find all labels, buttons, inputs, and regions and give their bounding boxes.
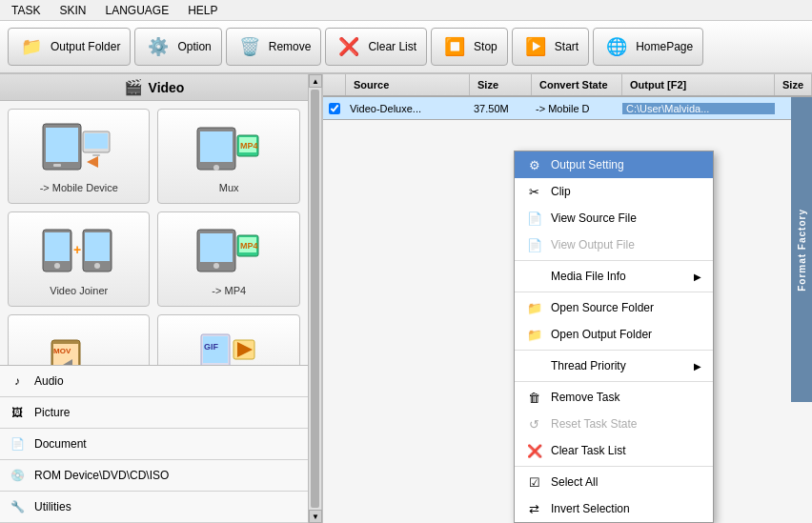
ctx-select-all[interactable]: ☑ Select All [515,469,713,495]
utilities-label: Utilities [34,500,71,513]
source-folder-icon: 📁 [526,299,543,316]
col-header-output: Output [F2] [622,74,775,95]
ctx-remove-task[interactable]: 🗑 Remove Task [515,384,713,411]
clear-icon: ❌ [335,33,362,60]
menu-skin[interactable]: SKIN [55,2,90,19]
output-folder-icon: 📁 [526,326,543,343]
menu-help[interactable]: HELP [184,2,221,19]
grid-item-video-joiner[interactable]: + Video Joiner [8,211,150,307]
remove-icon: 🗑️ [236,33,263,60]
row-checkbox[interactable] [323,103,346,114]
mux-label: Mux [219,182,239,193]
thread-icon [526,357,543,374]
category-document[interactable]: 📄 Document [0,429,308,460]
svg-text:GIF: GIF [204,342,219,352]
col-header-convert: Convert State [532,74,622,95]
svg-rect-21 [200,233,233,262]
svg-text:MOV: MOV [53,347,71,355]
category-rom[interactable]: 💿 ROM Device\DVD\CD\ISO [0,460,308,492]
ctx-clear-task-list[interactable]: ❌ Clear Task List [515,437,713,464]
ctx-clip[interactable]: ✂ Clip [515,178,713,205]
ctx-media-file-info[interactable]: Media File Info ▶ [515,263,713,290]
svg-rect-18 [85,232,110,261]
ctx-reset-task-state: ↺ Reset Task State [515,411,713,437]
grid-item-gif[interactable]: GIF GIF [157,314,300,365]
mp4-label: -> MP4 [212,285,246,296]
clear-task-icon: ❌ [526,442,543,459]
clear-list-label: Clear List [368,40,416,53]
grid-item-mux[interactable]: MP4 Mux [157,109,300,204]
ctx-output-setting-label: Output Setting [551,158,624,171]
col-header-size2: Size [775,74,812,95]
ctx-view-source-label: View Source File [551,211,637,225]
ctx-output-setting[interactable]: ⚙ Output Setting [515,151,713,178]
left-panel-title: Video [149,80,185,95]
document-icon: 📄 [8,434,27,453]
grid-item-mp4[interactable]: MP4 -> MP4 [157,211,300,307]
svg-text:MP4: MP4 [240,141,258,151]
remove-task-icon: 🗑 [526,389,543,406]
output-folder-button[interactable]: 📁 Output Folder [8,28,131,66]
video-icon: 🎬 [124,78,143,96]
ctx-invert-selection[interactable]: ⇄ Invert Selection [515,495,713,522]
option-label: Option [177,40,211,53]
row-checkbox-input[interactable] [329,103,340,114]
grid-item-5[interactable]: MOV [8,314,150,365]
scroll-track[interactable]: ▲ ▼ [308,74,321,523]
menu-language[interactable]: LANGUAGE [101,2,173,19]
table-row[interactable]: Video-Deluxe... 37.50M -> Mobile D C:\Us… [323,97,812,120]
audio-label: Audio [34,374,64,388]
scroll-up[interactable]: ▲ [309,74,322,88]
reset-task-icon: ↺ [526,415,543,432]
stop-icon: ⏹️ [441,33,468,60]
scroll-down[interactable]: ▼ [309,510,322,523]
ctx-thread-priority[interactable]: Thread Priority ▶ [515,352,713,379]
mobile-label: -> Mobile Device [40,182,118,193]
ctx-clear-task-label: Clear Task List [551,444,625,457]
svg-marker-6 [87,156,98,168]
video-grid: -> Mobile Device MP4 Mux [0,101,308,365]
start-button[interactable]: ▶️ Start [512,28,589,66]
svg-point-22 [213,263,219,269]
ctx-view-output-file: 📄 View Output File [515,231,713,258]
media-info-icon [526,268,543,285]
category-audio[interactable]: ♪ Audio [0,366,308,397]
ctx-open-source-folder[interactable]: 📁 Open Source Folder [515,294,713,321]
homepage-button[interactable]: 🌐 HomePage [593,28,703,66]
item5-thumb: MOV [41,331,117,365]
ctx-open-output-folder[interactable]: 📁 Open Output Folder [515,321,713,348]
clip-icon: ✂ [526,183,543,200]
left-panel-inner: 🎬 Video [0,74,308,523]
remove-label: Remove [269,40,312,53]
svg-point-9 [213,165,219,171]
media-info-arrow: ▶ [694,272,701,282]
scroll-thumb[interactable] [311,90,319,508]
ctx-select-all-label: Select All [551,475,598,489]
svg-rect-8 [200,131,233,162]
option-button[interactable]: ⚙️ Option [134,28,221,66]
row-convert: -> Mobile D [532,103,622,114]
ctx-view-source-file[interactable]: 📄 View Source File [515,205,713,231]
ctx-reset-task-label: Reset Task State [551,417,638,431]
svg-rect-14 [45,232,70,261]
ctx-sep3 [515,350,713,351]
homepage-label: HomePage [636,40,693,53]
ctx-clip-label: Clip [551,185,571,198]
menu-task[interactable]: TASK [8,2,44,19]
grid-item-mobile[interactable]: -> Mobile Device [8,109,150,204]
row-source: Video-Deluxe... [346,103,470,114]
view-output-icon: 📄 [526,236,543,253]
svg-point-15 [54,263,60,269]
category-picture[interactable]: 🖼 Picture [0,397,308,429]
table-header: Source Size Convert State Output [F2] Si… [323,74,812,97]
ctx-open-source-label: Open Source Folder [551,301,654,314]
right-panel: Source Size Convert State Output [F2] Si… [323,74,812,523]
stop-button[interactable]: ⏹️ Stop [431,28,508,66]
gear-icon: ⚙️ [145,33,172,60]
clear-list-button[interactable]: ❌ Clear List [325,28,427,66]
ctx-sep4 [515,381,713,382]
category-utilities[interactable]: 🔧 Utilities [0,492,308,523]
remove-button[interactable]: 🗑️ Remove [226,28,322,66]
output-setting-icon: ⚙ [526,156,543,173]
rom-label: ROM Device\DVD\CD\ISO [34,469,169,482]
